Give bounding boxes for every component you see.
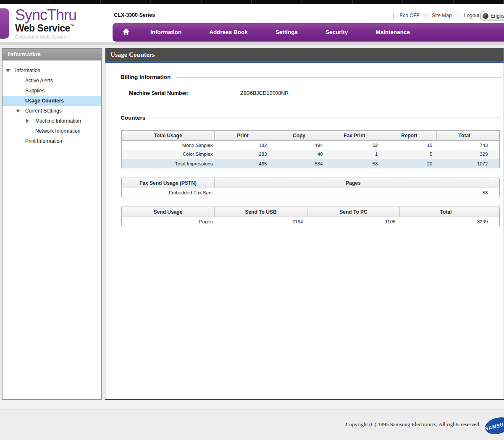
footer: Copyright (C) 1995 Samsung Electronics, … <box>0 410 504 440</box>
home-icon <box>122 28 130 36</box>
top-link-eco-off[interactable]: Eco OFF <box>399 13 420 18</box>
accent-line <box>105 61 504 63</box>
top-link-site-map[interactable]: Site Map <box>432 13 452 18</box>
cell-spacer <box>492 188 500 197</box>
logo-title: SyncThru <box>15 8 76 23</box>
table-header-row: Fax Send Usage (PSTN)Pages <box>122 178 500 188</box>
header-divider <box>0 42 504 45</box>
collapse-arrow-icon[interactable] <box>16 110 20 113</box>
expand-arrow-icon[interactable] <box>26 119 29 123</box>
counter-table-2: Send UsageSend To USBSend To PCTotalPage… <box>121 207 500 226</box>
billing-heading: Billing Information <box>121 74 171 80</box>
column-header-report: Report <box>382 131 437 141</box>
collapse-arrow-icon[interactable] <box>6 69 10 72</box>
sidebar-item-information[interactable]: Information <box>3 65 101 76</box>
sidebar-item-label: Print Information <box>25 138 62 144</box>
link-separator: | <box>425 13 426 18</box>
sidebar-item-machine-information[interactable]: Machine Information <box>3 116 101 126</box>
main-panel: Usage Counters Billing Information Machi… <box>105 48 504 400</box>
sidebar-item-network-information[interactable]: Network Information <box>3 126 101 136</box>
sidebar-item-print-information[interactable]: Print Information <box>3 136 101 146</box>
counters-block: Counters Total UsagePrintCopyFax PrintRe… <box>105 115 504 226</box>
table-header-row: Total UsagePrintCopyFax PrintReportTotal <box>122 131 500 141</box>
globe-icon <box>483 13 488 19</box>
cell-value: 534 <box>271 159 327 168</box>
trademark-symbol: ™ <box>70 24 75 29</box>
syncthru-logo: SyncThru Web Service™ Embedded Web Serve… <box>15 8 76 39</box>
table-row: Pages219411053299 <box>122 217 500 226</box>
logo-tagline: Embedded Web Server <box>15 35 76 39</box>
sidebar-item-label: Current Settings <box>25 108 62 114</box>
cell-value: 20 <box>382 159 437 168</box>
cell-value: 53 <box>215 188 492 197</box>
table-header-row: Send UsageSend To USBSend To PCTotal <box>122 207 500 217</box>
cell-value: 1105 <box>307 217 400 226</box>
sidebar-item-supplies[interactable]: Supplies <box>3 86 101 96</box>
sidebar-item-label: Machine Information <box>35 118 81 124</box>
column-header-print: Print <box>215 131 271 141</box>
nav-item-information[interactable]: Information <box>150 29 181 35</box>
cell-value: 3299 <box>400 217 492 226</box>
link-separator: | <box>457 13 459 18</box>
nav-item-security[interactable]: Security <box>326 29 348 35</box>
logo-subtitle: Web Service™ <box>15 24 76 33</box>
counters-heading-row: Counters <box>121 115 501 121</box>
nav-item-maintenance[interactable]: Maintenance <box>375 29 410 35</box>
column-header-fax-send-usage-pstn: Fax Send Usage (PSTN) <box>122 178 215 188</box>
sidebar-item-label: Information <box>15 68 40 73</box>
counter-table-1: Fax Send Usage (PSTN)PagesEmbedded Fax S… <box>121 178 500 197</box>
sidebar-item-current-settings[interactable]: Current Settings <box>3 106 101 116</box>
language-label: English <box>491 13 504 19</box>
cell-value: 1072 <box>437 159 492 168</box>
nav-item-settings[interactable]: Settings <box>276 29 298 35</box>
row-label: Embedded Fax Sent <box>122 188 215 197</box>
samsung-logo: SAMSUNG <box>483 415 504 437</box>
sidebar-item-label: Supplies <box>25 88 45 94</box>
billing-heading-row: Billing Information <box>121 74 501 80</box>
sidebar-item-label: Active Alerts <box>25 78 53 84</box>
table-row-total: Total Impressions46553453201072 <box>122 159 500 168</box>
copyright-text: Copyright (C) 1995 Samsung Electronics, … <box>346 421 480 428</box>
row-label: Pages <box>122 217 215 226</box>
column-header-send-usage: Send Usage <box>122 207 215 217</box>
serial-row: Machine Serial Number: Z8B6BJCD10008NR <box>129 90 504 96</box>
cell-value: 1 <box>327 150 382 159</box>
top-link-logout[interactable]: Logout <box>464 13 480 18</box>
column-header-fax-print: Fax Print <box>327 131 382 141</box>
row-label: Color Simplex <box>122 150 215 159</box>
cell-value: 5 <box>382 150 437 159</box>
cell-spacer <box>492 141 500 150</box>
cell-spacer <box>492 159 500 168</box>
column-header-total-usage: Total Usage <box>122 131 215 141</box>
nav-item-address-book[interactable]: Address Book <box>209 29 248 35</box>
sidebar-item-label: Usage Counters <box>25 98 64 104</box>
cell-value: 465 <box>215 159 271 168</box>
main-navbar: InformationAddress BookSettingsSecurityM… <box>113 23 504 42</box>
cell-value: 494 <box>271 141 327 150</box>
column-header-send-to-pc: Send To PC <box>307 207 400 217</box>
cell-value: 283 <box>215 150 271 159</box>
column-header-copy: Copy <box>271 131 327 141</box>
counter-table-0: Total UsagePrintCopyFax PrintReportTotal… <box>121 130 500 168</box>
cell-value: 15 <box>382 141 437 150</box>
column-header-spacer <box>492 131 500 141</box>
cell-value: 53 <box>327 159 382 168</box>
language-button[interactable]: English <box>480 11 504 21</box>
cell-spacer <box>492 150 500 159</box>
cell-value: 743 <box>437 141 492 150</box>
row-label: Total Impressions <box>122 159 215 168</box>
column-header-pages: Pages <box>215 178 492 188</box>
sidebar-item-active-alerts[interactable]: Active Alerts <box>3 76 101 86</box>
billing-rule <box>177 77 501 78</box>
counter-tables: Total UsagePrintCopyFax PrintReportTotal… <box>121 130 499 226</box>
cell-value: 40 <box>271 150 327 159</box>
serial-label: Machine Serial Number: <box>129 90 240 96</box>
sidebar-item-usage-counters[interactable]: Usage Counters <box>3 96 101 106</box>
serial-value: Z8B6BJCD10008NR <box>240 90 289 96</box>
column-header-total: Total <box>400 207 492 217</box>
counters-rule <box>152 118 501 118</box>
column-header-spacer <box>492 207 500 217</box>
table-row: Color Simplex2834015329 <box>122 150 500 159</box>
table-row: Mono Simplex1824945215743 <box>122 141 500 150</box>
home-button[interactable] <box>122 28 130 36</box>
